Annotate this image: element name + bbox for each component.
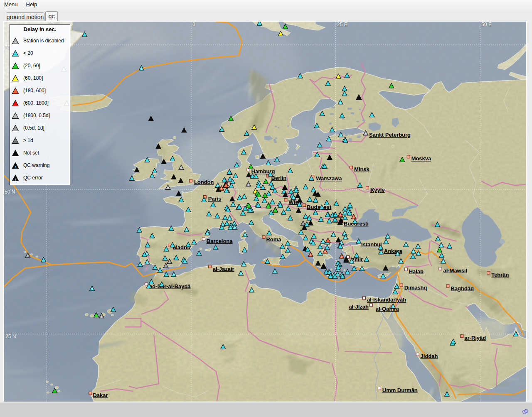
svg-text:!: ! xyxy=(221,188,222,191)
svg-text:al-Jîzah: al-Jîzah xyxy=(349,304,369,310)
svg-text:al-Qahira: al-Qahira xyxy=(376,306,399,312)
svg-text:Tehrân: Tehrân xyxy=(491,272,509,278)
svg-text:?: ? xyxy=(244,234,246,237)
svg-text:!: ! xyxy=(27,255,28,258)
svg-text:Ankara: Ankara xyxy=(384,248,403,254)
svg-text:?: ? xyxy=(207,232,208,235)
svg-text:?: ? xyxy=(146,261,148,264)
svg-text:!: ! xyxy=(276,159,277,162)
svg-text:ar-Riyâd: ar-Riyâd xyxy=(464,335,486,341)
svg-text:?: ? xyxy=(324,250,326,253)
svg-text:Berlin: Berlin xyxy=(271,175,286,181)
svg-text:!: ! xyxy=(386,241,387,244)
svg-text:?: ? xyxy=(140,67,142,70)
svg-text:?: ? xyxy=(417,253,419,255)
svg-text:Minsk: Minsk xyxy=(354,166,370,172)
svg-text:25 N: 25 N xyxy=(5,334,16,339)
svg-text:?: ? xyxy=(351,260,352,263)
svg-text:Barcelona: Barcelona xyxy=(207,238,233,244)
svg-text:?: ? xyxy=(341,255,342,258)
svg-text:?: ? xyxy=(344,212,346,215)
svg-text:Halab: Halab xyxy=(409,268,424,275)
svg-text:!: ! xyxy=(353,216,354,219)
svg-text:Warszawa: Warszawa xyxy=(316,175,342,182)
svg-text:Dimashq: Dimashq xyxy=(404,285,427,291)
svg-text:?: ? xyxy=(322,240,324,243)
svg-text:Dakar: Dakar xyxy=(93,392,108,398)
svg-text:!: ! xyxy=(140,264,140,267)
svg-text:!: ! xyxy=(226,185,227,188)
svg-text:!: ! xyxy=(244,196,244,199)
svg-text:?: ? xyxy=(417,245,419,248)
svg-text:?: ? xyxy=(442,260,444,263)
svg-text:ad-Dar-al-Baydâ: ad-Dar-al-Baydâ xyxy=(149,283,191,289)
svg-text:?: ? xyxy=(400,260,402,263)
svg-text:Paris: Paris xyxy=(208,196,222,202)
svg-text:50 E: 50 E xyxy=(481,22,492,27)
svg-text:Jiddah: Jiddah xyxy=(421,353,438,359)
svg-text:?: ? xyxy=(397,253,399,256)
svg-text:?: ? xyxy=(310,254,311,257)
svg-text:Istanbul: Istanbul xyxy=(361,241,382,248)
svg-text:?: ? xyxy=(247,184,249,186)
svg-text:?: ? xyxy=(440,244,442,247)
svg-text:Kyyiv: Kyyiv xyxy=(370,187,385,193)
svg-text:!: ! xyxy=(274,270,275,273)
svg-text:al-Jazair: al-Jazair xyxy=(213,266,234,272)
svg-text:?: ? xyxy=(240,272,242,275)
svg-text:Umm Durmân: Umm Durmân xyxy=(382,387,418,393)
svg-text:?: ? xyxy=(405,244,407,247)
svg-text:!: ! xyxy=(169,261,170,264)
svg-text:?: ? xyxy=(387,235,389,238)
svg-text:!: ! xyxy=(268,162,268,165)
svg-text:?: ? xyxy=(413,250,414,253)
svg-text:al-Iskandarîyah: al-Iskandarîyah xyxy=(367,297,406,303)
svg-text:×: × xyxy=(365,132,367,135)
svg-text:?: ? xyxy=(186,229,187,232)
svg-text:?: ? xyxy=(380,251,382,254)
svg-text:!: ! xyxy=(15,165,16,169)
svg-text:Baghdâd: Baghdâd xyxy=(451,285,473,292)
svg-text:!: ! xyxy=(243,263,244,266)
svg-text:Moskva: Moskva xyxy=(411,155,431,162)
svg-text:Roma: Roma xyxy=(266,236,281,243)
svg-text:!: ! xyxy=(344,93,345,96)
svg-text:50 N: 50 N xyxy=(5,189,15,195)
svg-text:London: London xyxy=(194,179,214,185)
svg-text:?: ? xyxy=(392,306,394,309)
svg-text:?: ? xyxy=(319,253,321,255)
svg-text:?: ? xyxy=(251,289,252,292)
svg-text:?: ? xyxy=(234,226,236,229)
svg-text:0: 0 xyxy=(192,22,195,27)
svg-text:?: ? xyxy=(15,177,17,181)
svg-text:!: ! xyxy=(101,315,102,318)
svg-text:25 E: 25 E xyxy=(337,22,347,27)
svg-text:?: ? xyxy=(340,134,342,137)
svg-text:×: × xyxy=(167,186,169,189)
svg-text:?: ? xyxy=(232,204,234,207)
svg-text:?: ? xyxy=(173,274,175,277)
svg-text:al-Mawsil: al-Mawsil xyxy=(443,267,467,274)
svg-text:!: ! xyxy=(340,214,341,217)
svg-text:?: ? xyxy=(361,268,363,271)
svg-text:×: × xyxy=(15,41,16,44)
svg-text:!: ! xyxy=(303,223,303,226)
svg-text:?: ? xyxy=(91,288,93,291)
svg-text:!: ! xyxy=(229,217,230,220)
svg-text:?: ? xyxy=(332,234,334,237)
svg-text:!: ! xyxy=(340,101,341,104)
svg-text:!: ! xyxy=(165,265,166,268)
svg-text:Sankt Peterburg: Sankt Peterburg xyxy=(369,132,411,138)
svg-text:?: ? xyxy=(345,236,346,239)
svg-text:×: × xyxy=(180,167,182,169)
svg-text:?: ? xyxy=(437,238,438,241)
svg-text:?: ? xyxy=(293,197,294,200)
